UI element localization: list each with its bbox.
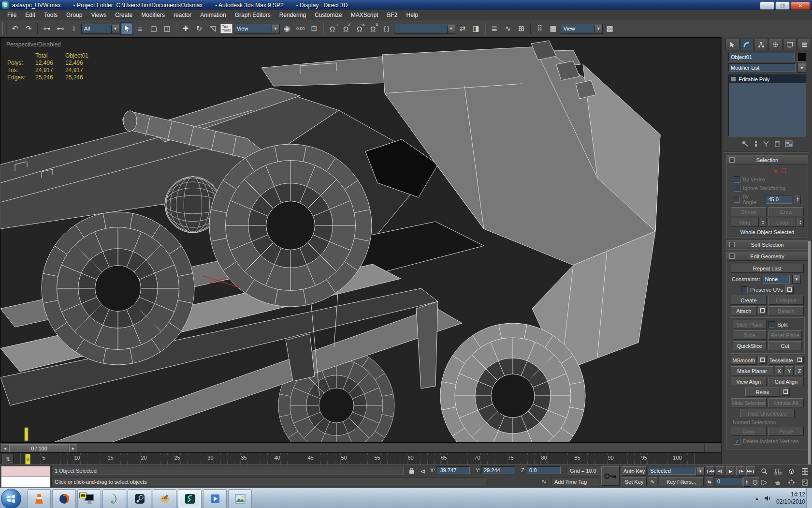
- redo-icon[interactable]: ↷: [22, 22, 35, 35]
- render-scene-icon[interactable]: ▦: [547, 22, 560, 35]
- mirror-icon[interactable]: ⇄: [456, 22, 469, 35]
- tab-modify[interactable]: [740, 39, 754, 50]
- default-tangent-icon[interactable]: ∿: [648, 477, 657, 486]
- taskbar-vlc-icon[interactable]: [27, 489, 51, 508]
- restore-button[interactable]: ❐: [775, 1, 790, 10]
- relax-button[interactable]: Relax: [745, 388, 780, 397]
- polygon-mode-icon[interactable]: ■: [774, 168, 777, 174]
- by-vertex-checkbox[interactable]: [734, 176, 740, 183]
- go-to-start-button[interactable]: ❙◀◀: [706, 466, 715, 476]
- auto-key-button[interactable]: Auto Key: [622, 466, 647, 476]
- render-type-dropdown[interactable]: View ▼: [561, 24, 603, 34]
- perspective-viewport[interactable]: Perspective/Disabled TotalObject01 Polys…: [0, 37, 721, 443]
- modifier-stack[interactable]: Editable Poly: [728, 75, 806, 136]
- close-button[interactable]: ✕: [791, 1, 810, 10]
- current-frame-marker[interactable]: 0: [25, 454, 30, 464]
- unlink-selection-icon[interactable]: ⊷: [54, 22, 67, 35]
- selection-rollout-header[interactable]: − Selection: [727, 156, 808, 164]
- modifier-list-dropdown[interactable]: Modifier List: [728, 63, 796, 72]
- select-object-button[interactable]: [120, 22, 133, 35]
- taskbar-firefox-icon[interactable]: [52, 489, 76, 508]
- 3dsmax-app-icon[interactable]: Ƨ: [2, 1, 9, 9]
- tab-utilities[interactable]: [797, 39, 811, 50]
- named-selection-dropdown[interactable]: ▼: [394, 24, 455, 34]
- time-slider-channel[interactable]: [0, 444, 705, 452]
- dropdown-arrow-icon[interactable]: ▼: [111, 25, 119, 33]
- element-mode-icon[interactable]: ❒: [782, 168, 786, 174]
- by-angle-spinner[interactable]: ▲▼: [795, 195, 801, 204]
- menu-item[interactable]: MAXScript: [347, 11, 383, 19]
- msmooth-button[interactable]: MSmooth: [731, 356, 757, 365]
- previous-frame-button[interactable]: ◀❙: [716, 466, 725, 476]
- menu-item[interactable]: Modifiers: [137, 11, 169, 19]
- undo-icon[interactable]: ↶: [9, 22, 21, 35]
- soft-selection-rollout-header[interactable]: + Soft Selection: [727, 240, 808, 249]
- remove-modifier-icon[interactable]: [774, 140, 780, 147]
- msmooth-settings-button[interactable]: [758, 356, 767, 364]
- vertex-mode-icon[interactable]: ∴: [748, 168, 752, 174]
- taskbar-paint-icon[interactable]: [153, 489, 176, 508]
- selected-set-arrow-icon[interactable]: ▼: [696, 467, 705, 476]
- key-filters-button[interactable]: Key Filters...: [659, 477, 704, 486]
- repeat-last-button[interactable]: Repeat Last: [731, 264, 804, 273]
- set-key-button[interactable]: Set Key: [622, 477, 647, 486]
- menu-item[interactable]: BF2: [382, 11, 402, 19]
- quick-render-icon[interactable]: ▩: [604, 22, 616, 35]
- time-slider-handle[interactable]: 0 / 100: [9, 444, 69, 452]
- select-and-link-icon[interactable]: ⊶: [41, 22, 53, 35]
- select-and-manipulate-icon[interactable]: ⊡: [308, 22, 320, 35]
- bind-to-spacewarp-icon[interactable]: ≀: [68, 22, 80, 35]
- transform-offset-icon[interactable]: 0.00: [294, 22, 307, 35]
- menu-item[interactable]: Create: [111, 11, 137, 19]
- spinner-snap-icon[interactable]: Ω⇅: [367, 22, 379, 35]
- selection-lock-icon[interactable]: [408, 467, 415, 475]
- collapse-icon[interactable]: −: [729, 254, 735, 259]
- volume-icon[interactable]: [764, 495, 771, 502]
- absolute-offset-toggle-icon[interactable]: ⊲: [420, 467, 426, 475]
- maximize-viewport-toggle-icon[interactable]: [798, 477, 812, 488]
- ignore-backfacing-checkbox[interactable]: [734, 185, 740, 192]
- constraints-dropdown[interactable]: None: [763, 275, 790, 284]
- zoom-extents-all-icon[interactable]: [798, 466, 812, 477]
- layer-manager-icon[interactable]: ≣: [488, 22, 501, 35]
- ring-spinner[interactable]: ▲▼: [760, 218, 767, 227]
- edit-geometry-rollout-header[interactable]: − Edit Geometry: [727, 252, 808, 261]
- by-angle-checkbox[interactable]: [734, 196, 740, 203]
- taskbar-media-player-icon[interactable]: [203, 489, 227, 508]
- edge-mode-icon[interactable]: ╱: [756, 168, 759, 174]
- grid-align-button[interactable]: Grid Align: [768, 377, 804, 386]
- align-icon[interactable]: ◨: [470, 22, 482, 35]
- set-keys-button[interactable]: [601, 466, 620, 486]
- selection-filter-dropdown[interactable]: All ▼: [81, 24, 119, 34]
- next-frame-arrow[interactable]: ►: [69, 444, 77, 452]
- border-mode-icon[interactable]: ◯: [764, 168, 769, 174]
- selected-set-dropdown[interactable]: Selected: [648, 467, 696, 475]
- subobject-expand-icon[interactable]: [731, 76, 736, 82]
- field-of-view-icon[interactable]: [758, 477, 771, 488]
- z-coordinate-field[interactable]: 0.0: [527, 466, 561, 474]
- current-frame-field[interactable]: 0: [715, 478, 743, 485]
- window-crossing-icon[interactable]: ◫: [161, 22, 174, 35]
- textools-button[interactable]: TexTools: [220, 22, 233, 35]
- relax-settings-button[interactable]: [782, 388, 790, 396]
- dropdown-arrow-icon[interactable]: ▼: [272, 25, 279, 33]
- zoom-all-icon[interactable]: [771, 466, 784, 477]
- schematic-view-icon[interactable]: ⊞: [515, 22, 528, 35]
- communication-center-icon[interactable]: ∿: [541, 478, 547, 485]
- menu-item[interactable]: Animation: [196, 11, 230, 19]
- create-button[interactable]: Create: [731, 296, 767, 305]
- taskbar-steam-icon[interactable]: [128, 489, 151, 508]
- toolbar-grip[interactable]: [2, 22, 7, 35]
- x-coordinate-field[interactable]: -39.747: [436, 466, 470, 474]
- menu-item[interactable]: Views: [87, 11, 111, 19]
- taskbar-monitor-app-icon[interactable]: 99: [77, 489, 101, 508]
- panel-scrollbar[interactable]: [808, 240, 811, 469]
- play-button[interactable]: ▶: [726, 466, 735, 476]
- maxscript-listener-white[interactable]: [1, 477, 50, 488]
- by-angle-field[interactable]: 45.0: [766, 195, 792, 204]
- configure-modifier-sets-icon[interactable]: [785, 140, 793, 147]
- arc-rotate-icon[interactable]: [785, 477, 798, 488]
- modifier-stack-item[interactable]: Editable Poly: [729, 75, 806, 83]
- menu-item[interactable]: Rendering: [275, 11, 310, 19]
- show-end-result-icon[interactable]: [754, 140, 758, 147]
